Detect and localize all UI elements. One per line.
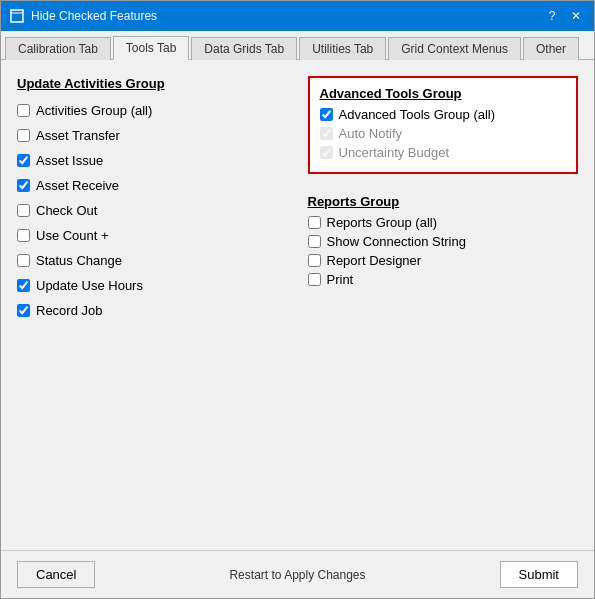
list-item: Advanced Tools Group (all) xyxy=(320,107,567,122)
app-icon xyxy=(9,8,25,24)
asset-transfer-checkbox[interactable] xyxy=(17,129,30,142)
list-item: Auto Notify xyxy=(320,126,567,141)
title-bar-controls: ? ✕ xyxy=(542,6,586,26)
list-item: Record Job xyxy=(17,303,288,318)
list-item: Use Count + xyxy=(17,228,288,243)
use-count-checkbox[interactable] xyxy=(17,229,30,242)
list-item: Show Connection String xyxy=(308,234,579,249)
asset-receive-label[interactable]: Asset Receive xyxy=(36,178,119,193)
print-label[interactable]: Print xyxy=(327,272,354,287)
asset-issue-checkbox[interactable] xyxy=(17,154,30,167)
list-item: Asset Transfer xyxy=(17,128,288,143)
advanced-tools-group-all-checkbox[interactable] xyxy=(320,108,333,121)
uncertainty-budget-checkbox[interactable] xyxy=(320,146,333,159)
asset-receive-checkbox[interactable] xyxy=(17,179,30,192)
tab-tools[interactable]: Tools Tab xyxy=(113,36,189,60)
title-bar-left: Hide Checked Features xyxy=(9,8,157,24)
list-item: Status Change xyxy=(17,253,288,268)
submit-button[interactable]: Submit xyxy=(500,561,578,588)
title-bar: Hide Checked Features ? ✕ xyxy=(1,1,594,31)
activities-group-all-label[interactable]: Activities Group (all) xyxy=(36,103,152,118)
check-out-checkbox[interactable] xyxy=(17,204,30,217)
tab-gridcontext[interactable]: Grid Context Menus xyxy=(388,37,521,60)
report-designer-checkbox[interactable] xyxy=(308,254,321,267)
left-panel: Update Activities Group Activities Group… xyxy=(17,76,288,534)
status-change-checkbox[interactable] xyxy=(17,254,30,267)
update-use-hours-label[interactable]: Update Use Hours xyxy=(36,278,143,293)
list-item: Check Out xyxy=(17,203,288,218)
uncertainty-budget-label: Uncertainty Budget xyxy=(339,145,450,160)
tab-utilities[interactable]: Utilities Tab xyxy=(299,37,386,60)
footer: Cancel Restart to Apply Changes Submit xyxy=(1,550,594,598)
window: Hide Checked Features ? ✕ Calibration Ta… xyxy=(0,0,595,599)
tab-bar: Calibration Tab Tools Tab Data Grids Tab… xyxy=(1,31,594,60)
update-activities-group-title: Update Activities Group xyxy=(17,76,288,91)
tab-other[interactable]: Other xyxy=(523,37,579,60)
list-item: Activities Group (all) xyxy=(17,103,288,118)
list-item: Asset Issue xyxy=(17,153,288,168)
window-title: Hide Checked Features xyxy=(31,9,157,23)
list-item: Update Use Hours xyxy=(17,278,288,293)
asset-issue-label[interactable]: Asset Issue xyxy=(36,153,103,168)
list-item: Reports Group (all) xyxy=(308,215,579,230)
asset-transfer-label[interactable]: Asset Transfer xyxy=(36,128,120,143)
content-area: Update Activities Group Activities Group… xyxy=(1,60,594,550)
list-item: Report Designer xyxy=(308,253,579,268)
record-job-label[interactable]: Record Job xyxy=(36,303,102,318)
tab-datagrids[interactable]: Data Grids Tab xyxy=(191,37,297,60)
svg-rect-0 xyxy=(11,10,23,22)
advanced-tools-group-title: Advanced Tools Group xyxy=(320,86,567,101)
right-panel: Advanced Tools Group Advanced Tools Grou… xyxy=(308,76,579,534)
update-use-hours-checkbox[interactable] xyxy=(17,279,30,292)
tab-calibration[interactable]: Calibration Tab xyxy=(5,37,111,60)
auto-notify-checkbox[interactable] xyxy=(320,127,333,140)
reports-group-title: Reports Group xyxy=(308,194,579,209)
record-job-checkbox[interactable] xyxy=(17,304,30,317)
show-connection-string-label[interactable]: Show Connection String xyxy=(327,234,466,249)
auto-notify-label: Auto Notify xyxy=(339,126,403,141)
list-item: Print xyxy=(308,272,579,287)
help-button[interactable]: ? xyxy=(542,6,562,26)
reports-group-all-checkbox[interactable] xyxy=(308,216,321,229)
show-connection-string-checkbox[interactable] xyxy=(308,235,321,248)
advanced-tools-box: Advanced Tools Group Advanced Tools Grou… xyxy=(308,76,579,174)
list-item: Uncertainty Budget xyxy=(320,145,567,160)
status-change-label[interactable]: Status Change xyxy=(36,253,122,268)
list-item: Asset Receive xyxy=(17,178,288,193)
advanced-tools-section: Advanced Tools Group Advanced Tools Grou… xyxy=(308,76,579,178)
report-designer-label[interactable]: Report Designer xyxy=(327,253,422,268)
cancel-button[interactable]: Cancel xyxy=(17,561,95,588)
check-out-label[interactable]: Check Out xyxy=(36,203,97,218)
close-button[interactable]: ✕ xyxy=(566,6,586,26)
reports-group-all-label[interactable]: Reports Group (all) xyxy=(327,215,438,230)
use-count-label[interactable]: Use Count + xyxy=(36,228,109,243)
reports-section: Reports Group Reports Group (all) Show C… xyxy=(308,194,579,291)
print-checkbox[interactable] xyxy=(308,273,321,286)
activities-group-all-checkbox[interactable] xyxy=(17,104,30,117)
restart-notice: Restart to Apply Changes xyxy=(229,568,365,582)
advanced-tools-group-all-label[interactable]: Advanced Tools Group (all) xyxy=(339,107,496,122)
